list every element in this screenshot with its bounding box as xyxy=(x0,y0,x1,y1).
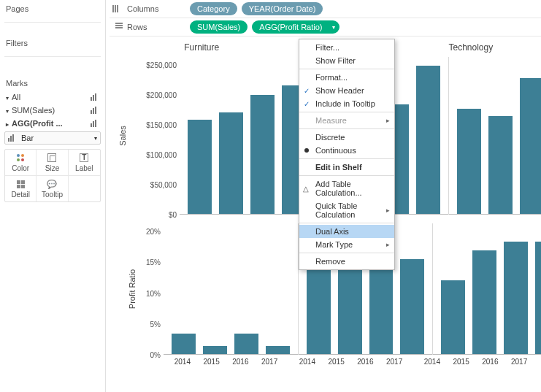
marks-card-profit-ratio[interactable]: ▸AGG(Profit ... xyxy=(4,117,101,130)
filters-panel-header: Filters xyxy=(4,36,101,57)
menu-item-continuous[interactable]: Continuous xyxy=(299,144,394,157)
mark-type-value: Bar xyxy=(21,134,34,142)
x-axis-tick: 2014 xyxy=(418,358,447,368)
menu-item-mark-type[interactable]: Mark Type xyxy=(299,238,394,251)
marks-card-label: All xyxy=(12,93,20,101)
bar-mark[interactable] xyxy=(188,120,212,215)
encoding-label: Tooltip xyxy=(42,191,63,199)
x-axis-tick: 2015 xyxy=(197,358,226,368)
menu-item-quick-table-calculation[interactable]: Quick Table Calculation xyxy=(299,199,394,221)
bar-mark[interactable] xyxy=(172,334,196,355)
menu-separator xyxy=(299,223,394,223)
x-axis-tick: 2016 xyxy=(351,358,380,368)
menu-item-remove[interactable]: Remove xyxy=(299,255,394,268)
bar-mark[interactable] xyxy=(520,78,541,215)
menu-item-discrete[interactable]: Discrete xyxy=(299,131,394,144)
bar-mark[interactable] xyxy=(400,259,424,355)
pill-agg-profit-ratio[interactable]: AGG(Profit Ratio) ▾ xyxy=(252,20,339,34)
encoding-label: Label xyxy=(75,164,93,172)
bar-chart-icon xyxy=(91,93,99,101)
x-axis-tick: 2017 xyxy=(380,358,409,368)
bar-mark[interactable] xyxy=(488,116,513,215)
bar-mark[interactable] xyxy=(234,334,258,355)
menu-separator xyxy=(299,253,394,253)
columns-shelf[interactable]: Columns Category YEAR(Order Date) xyxy=(110,0,541,18)
marks-panel-header: Marks xyxy=(4,74,101,91)
bar-mark[interactable] xyxy=(307,265,331,355)
menu-item-edit-in-shelf[interactable]: Edit in Shelf xyxy=(299,161,394,174)
chart-panel xyxy=(180,57,314,215)
bar-mark[interactable] xyxy=(441,280,465,355)
pill-category[interactable]: Category xyxy=(190,2,237,15)
encoding-label: Size xyxy=(45,164,59,172)
column-header: Furniture xyxy=(134,42,269,57)
menu-item-filter[interactable]: Filter... xyxy=(299,41,394,54)
pill-year-order-date[interactable]: YEAR(Order Date) xyxy=(242,2,323,15)
pill-context-menu[interactable]: Filter...Show FilterFormat...Show Header… xyxy=(299,39,395,270)
pill-sum-sales[interactable]: SUM(Sales) xyxy=(190,20,248,34)
shelves: Columns Category YEAR(Order Date) Rows S… xyxy=(110,0,541,36)
axis-tick: 15% xyxy=(146,258,161,266)
label-icon: T xyxy=(80,153,88,162)
axis-tick: 10% xyxy=(146,289,161,297)
axis-tick: $100,000 xyxy=(146,151,177,159)
bar-mark[interactable] xyxy=(472,250,496,355)
menu-item-dual-axis[interactable]: Dual Axis xyxy=(299,225,394,238)
x-axis-tick: 2016 xyxy=(476,358,505,368)
encoding-label: Color xyxy=(12,164,29,172)
rows-shelf[interactable]: Rows SUM(Sales) AGG(Profit Ratio) ▾ xyxy=(110,18,541,36)
chart-panel xyxy=(164,223,298,355)
bar-chart-icon xyxy=(91,120,99,127)
pages-panel-header: Pages xyxy=(4,1,101,23)
bar-mark[interactable] xyxy=(504,242,528,355)
chart-panel xyxy=(432,223,541,355)
bar-mark[interactable] xyxy=(457,109,481,215)
x-axis-tick: 2017 xyxy=(255,358,284,368)
menu-separator xyxy=(299,69,394,69)
encoding-detail[interactable]: Detail xyxy=(5,176,37,201)
axis-tick: $250,000 xyxy=(146,61,177,69)
encoding-label: Detail xyxy=(11,191,30,199)
bar-mark[interactable] xyxy=(535,242,541,355)
detail-icon xyxy=(17,180,25,188)
marks-encodings-grid: Color Size T Label Detail 💬 Tooltip xyxy=(4,149,101,202)
encoding-tooltip[interactable]: 💬 Tooltip xyxy=(37,176,68,201)
axis-tick: $50,000 xyxy=(150,181,177,189)
size-icon xyxy=(47,153,56,162)
chevron-down-icon: ▾ xyxy=(6,95,9,101)
menu-separator xyxy=(299,128,394,129)
marks-card-all[interactable]: ▾All xyxy=(4,91,101,104)
axis-tick: 0% xyxy=(150,351,161,359)
marks-card-sales[interactable]: ▾SUM(Sales) xyxy=(4,104,101,117)
caret-down-icon: ▾ xyxy=(332,24,335,31)
encoding-color[interactable]: Color xyxy=(5,150,37,176)
axis-tick: 5% xyxy=(150,320,161,328)
axis-title: Sales xyxy=(118,126,127,146)
encoding-label[interactable]: T Label xyxy=(69,150,100,176)
bar-mark[interactable] xyxy=(250,95,275,215)
chevron-down-icon: ▾ xyxy=(6,108,9,115)
pill-dropdown-handle[interactable]: ▾ xyxy=(329,24,335,31)
menu-item-include-in-tooltip[interactable]: Include in Tooltip xyxy=(299,97,394,110)
columns-label: Columns xyxy=(127,4,158,13)
menu-item-show-filter[interactable]: Show Filter xyxy=(299,54,394,67)
menu-item-add-table-calculation[interactable]: Add Table Calculation... xyxy=(299,177,394,199)
column-header: Technology xyxy=(404,42,538,57)
side-panels: Pages Filters Marks ▾All ▾SUM(Sales) ▸AG… xyxy=(0,0,106,392)
encoding-size[interactable]: Size xyxy=(37,150,68,176)
mark-type-dropdown[interactable]: Bar ▾ xyxy=(4,131,101,145)
tooltip-icon: 💬 xyxy=(47,180,57,189)
axis-tick: $200,000 xyxy=(146,91,177,99)
menu-item-format[interactable]: Format... xyxy=(299,71,394,84)
menu-item-show-header[interactable]: Show Header xyxy=(299,84,394,97)
chevron-down-icon: ▾ xyxy=(94,135,97,142)
rows-icon xyxy=(112,23,123,31)
chart-panel xyxy=(448,57,541,215)
x-axis-tick: 2014 xyxy=(293,358,322,368)
color-icon xyxy=(17,154,24,161)
menu-separator xyxy=(299,158,394,159)
bar-mark[interactable] xyxy=(219,112,243,215)
encoding-empty xyxy=(69,176,100,201)
bar-mark[interactable] xyxy=(416,66,440,215)
menu-item-measure: Measure xyxy=(299,114,394,127)
